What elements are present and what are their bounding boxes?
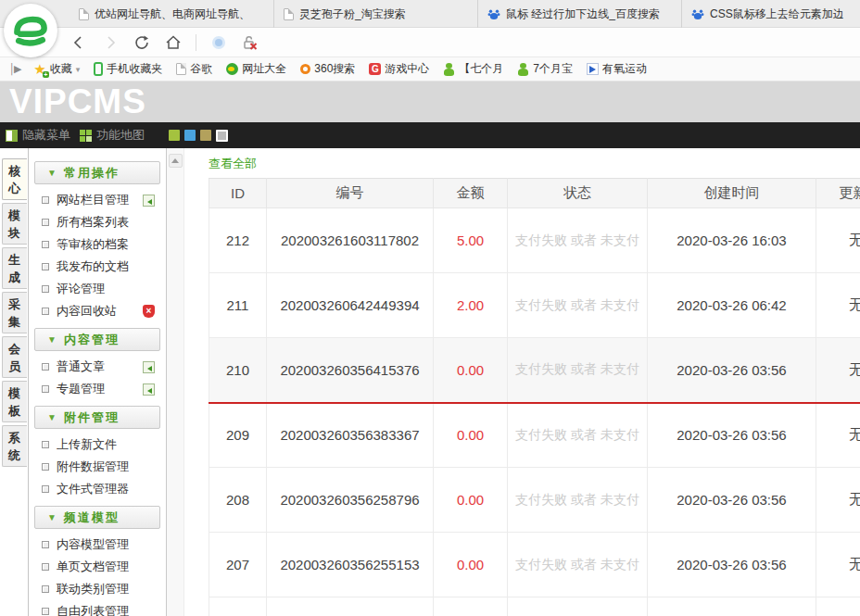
sidebar-item-all-archives[interactable]: 所有档案列表 bbox=[29, 211, 166, 233]
col-header-status: 状态 bbox=[508, 179, 648, 208]
table-row[interactable]: 209 202003260356383367 0.00 支付失败 或者 未支付 … bbox=[209, 403, 860, 468]
sidebar-item-free-lists[interactable]: 自由列表管理 bbox=[29, 600, 166, 616]
browser-tab-4[interactable]: CSS鼠标移上去给元素加边 bbox=[681, 0, 860, 28]
table-row[interactable]: 208 202003260356258796 0.00 支付失败 或者 未支付 … bbox=[209, 468, 860, 533]
table-row[interactable]: 207 202003260356255153 0.00 支付失败 或者 未支付 … bbox=[209, 533, 860, 597]
table-row-partial[interactable] bbox=[209, 597, 860, 616]
site-safety-icon[interactable] bbox=[209, 33, 228, 52]
bullet-icon bbox=[42, 441, 49, 448]
star-icon: ★+ bbox=[33, 62, 45, 76]
view-all-link[interactable]: 查看全部 bbox=[209, 156, 257, 172]
cms-brand-logo: VIPCMS bbox=[9, 82, 146, 121]
bookmark-mobile-favorites[interactable]: 手机收藏夹 bbox=[94, 61, 162, 77]
cell-number: 202003260356258796 bbox=[267, 468, 434, 533]
site-collection-icon bbox=[226, 63, 238, 75]
scroll-up-arrow-icon[interactable] bbox=[169, 154, 183, 168]
cell-amount: 2.00 bbox=[434, 273, 508, 338]
theme-green-swatch[interactable] bbox=[169, 130, 180, 141]
sidebar-item-recycle-bin[interactable]: 内容回收站 × bbox=[29, 300, 166, 322]
sidebar-item-upload-file[interactable]: 上传新文件 bbox=[29, 434, 166, 456]
sidebar-menu: ▼ 常用操作 网站栏目管理 所有档案列表 等审核的档案 我发布的文档 评论管理 … bbox=[29, 148, 167, 616]
cell-amount: 0.00 bbox=[434, 338, 508, 403]
module-tab-templates[interactable]: 模板 bbox=[2, 381, 27, 422]
bullet-icon bbox=[42, 563, 49, 571]
bookmark-seven-month-baby[interactable]: 7个月宝 bbox=[517, 61, 573, 77]
bookmark-game-center[interactable]: G 游戏中心 bbox=[369, 61, 429, 77]
sidebar-item-normal-articles[interactable]: 普通文章 bbox=[29, 356, 166, 378]
module-tab-strip: 核心 模块 生成 采集 会员 模板 系统 bbox=[0, 148, 29, 616]
browser-tab-1[interactable]: 优站网址导航、电商网址导航、 bbox=[70, 0, 273, 28]
back-icon[interactable] bbox=[70, 33, 88, 52]
bookmark-aerobic[interactable]: 有氧运动 bbox=[587, 61, 647, 77]
section-channel-models[interactable]: ▼ 频道模型 bbox=[34, 506, 160, 529]
table-row[interactable]: 212 202003261603117802 5.00 支付失败 或者 未支付 … bbox=[209, 208, 860, 273]
module-tab-core[interactable]: 核心 bbox=[2, 158, 27, 200]
sidebar-item-topics[interactable]: 专题管理 bbox=[29, 378, 166, 400]
sidebar-item-content-models[interactable]: 内容模型管理 bbox=[29, 534, 166, 556]
section-attachment-management[interactable]: ▼ 附件管理 bbox=[34, 406, 160, 429]
page-icon bbox=[79, 8, 89, 20]
bullet-icon bbox=[42, 285, 49, 293]
bullet-icon bbox=[42, 608, 49, 615]
bookmark-seven-month[interactable]: 【七个月 bbox=[443, 61, 503, 77]
bullet-icon bbox=[42, 541, 49, 548]
section-content-management[interactable]: ▼ 内容管理 bbox=[34, 328, 160, 351]
module-tab-generate[interactable]: 生成 bbox=[2, 247, 27, 289]
theme-tan-swatch[interactable] bbox=[200, 130, 211, 141]
cell-id: 210 bbox=[209, 338, 267, 403]
sidebar-item-single-pages[interactable]: 单页文档管理 bbox=[29, 556, 166, 578]
home-icon[interactable] bbox=[164, 33, 183, 52]
module-tab-members[interactable]: 会员 bbox=[2, 336, 27, 378]
bookmark-google[interactable]: 谷歌 bbox=[176, 61, 212, 77]
browser-tab-2[interactable]: 灵芝孢子粉_淘宝搜索 bbox=[273, 0, 477, 28]
forward-icon[interactable] bbox=[101, 33, 120, 52]
theme-blue-swatch[interactable] bbox=[184, 130, 196, 141]
sidebar-item-linked-categories[interactable]: 联动类别管理 bbox=[29, 578, 166, 600]
module-tab-collect[interactable]: 采集 bbox=[2, 292, 27, 333]
lock-broken-icon[interactable] bbox=[241, 33, 259, 52]
page-icon bbox=[176, 63, 186, 75]
recycle-shield-icon: × bbox=[143, 305, 155, 318]
refresh-icon[interactable] bbox=[133, 33, 151, 52]
bullet-icon bbox=[42, 263, 49, 270]
theme-color-picker bbox=[169, 130, 228, 142]
cell-id: 209 bbox=[209, 403, 267, 468]
favorites-button[interactable]: ★+ 收藏 ▾ bbox=[33, 61, 80, 77]
table-row-hovered[interactable]: 210 202003260356415376 0.00 支付失败 或者 未支付 … bbox=[209, 338, 860, 403]
section-common-operations[interactable]: ▼ 常用操作 bbox=[34, 161, 160, 184]
sidebar-item-file-manager[interactable]: 文件式管理器 bbox=[29, 478, 166, 500]
baby-icon bbox=[443, 63, 455, 76]
browser-tab-3[interactable]: 鼠标 经过行加下边线_百度搜索 bbox=[477, 0, 681, 28]
sidebar-item-comments[interactable]: 评论管理 bbox=[29, 278, 166, 300]
doc-add-icon bbox=[143, 361, 155, 373]
page-icon bbox=[284, 8, 294, 20]
bookmark-site-collection[interactable]: 网址大全 bbox=[226, 61, 286, 77]
cell-status: 支付失败 或者 未支付 bbox=[508, 403, 648, 468]
sidebar-item-pending-review[interactable]: 等审核的档案 bbox=[29, 233, 166, 256]
sidebar-item-site-columns[interactable]: 网站栏目管理 bbox=[29, 189, 166, 211]
browser-logo-360[interactable] bbox=[4, 4, 57, 57]
expand-bookmarks-icon[interactable]: │▶ bbox=[9, 63, 19, 75]
sidebar-item-my-documents[interactable]: 我发布的文档 bbox=[29, 256, 166, 278]
game-center-icon: G bbox=[369, 63, 381, 75]
cell-number: 202003260642449394 bbox=[267, 273, 434, 338]
feature-map-button[interactable]: 功能地图 bbox=[80, 127, 145, 144]
cell-created: 2020-03-26 03:56 bbox=[648, 533, 816, 597]
hide-menu-button[interactable]: 隐藏菜单 bbox=[6, 127, 70, 144]
grid-icon bbox=[80, 130, 92, 142]
theme-white-swatch[interactable] bbox=[216, 130, 228, 142]
bookmarks-bar: │▶ ★+ 收藏 ▾ 手机收藏夹 谷歌 网址大全 360搜索 G 游戏中心 【七… bbox=[0, 57, 860, 82]
bookmark-360-search[interactable]: 360搜索 bbox=[300, 61, 355, 77]
module-tab-system[interactable]: 系统 bbox=[2, 425, 27, 467]
module-tab-modules[interactable]: 模块 bbox=[2, 203, 27, 245]
phone-icon bbox=[94, 62, 103, 76]
cell-amount: 0.00 bbox=[434, 403, 508, 468]
sidebar-scrollbar[interactable] bbox=[167, 148, 184, 616]
cell-amount: 0.00 bbox=[434, 533, 508, 597]
sidebar-item-attachment-data[interactable]: 附件数据管理 bbox=[29, 456, 166, 478]
col-header-created: 创建时间 bbox=[648, 179, 816, 208]
browser-toolbar bbox=[0, 28, 860, 57]
cell-amount: 0.00 bbox=[434, 468, 508, 533]
cms-header: VIPCMS bbox=[0, 82, 860, 122]
table-row[interactable]: 211 202003260642449394 2.00 支付失败 或者 未支付 … bbox=[209, 273, 860, 338]
